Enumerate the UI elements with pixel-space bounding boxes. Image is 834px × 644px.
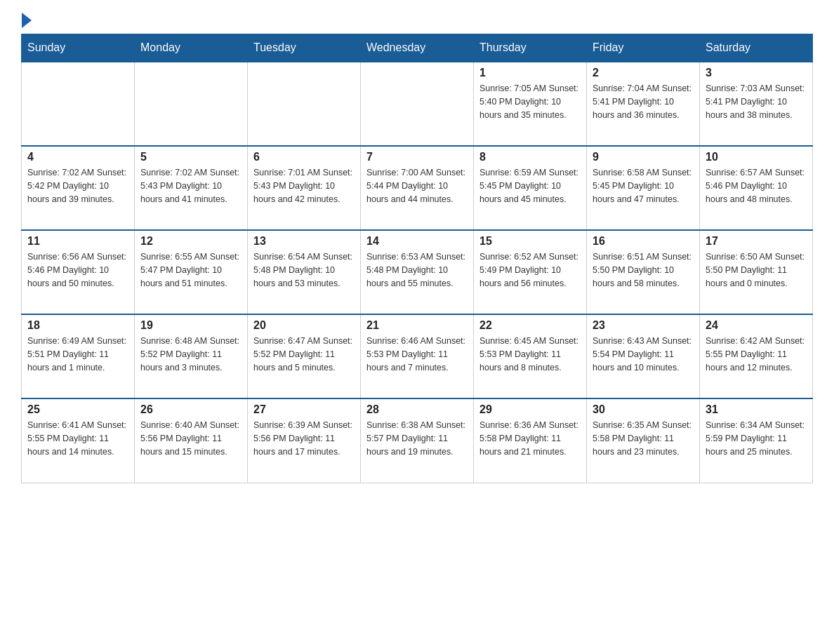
day-info: Sunrise: 6:45 AM Sunset: 5:53 PM Dayligh… [479,335,581,374]
day-number: 3 [706,67,807,79]
calendar-week-row: 25Sunrise: 6:41 AM Sunset: 5:55 PM Dayli… [22,398,813,483]
day-number: 20 [253,319,355,332]
day-number: 26 [140,403,241,416]
day-number: 10 [706,151,807,163]
day-info: Sunrise: 6:53 AM Sunset: 5:48 PM Dayligh… [366,250,468,290]
calendar-day-21: 21Sunrise: 6:46 AM Sunset: 5:53 PM Dayli… [361,314,474,398]
day-number: 18 [27,319,128,332]
day-info: Sunrise: 7:01 AM Sunset: 5:43 PM Dayligh… [253,166,355,206]
day-number: 6 [253,151,355,163]
day-number: 4 [27,151,128,163]
calendar-day-28: 28Sunrise: 6:38 AM Sunset: 5:57 PM Dayli… [361,398,474,483]
calendar-day-18: 18Sunrise: 6:49 AM Sunset: 5:51 PM Dayli… [22,314,135,398]
calendar-day-26: 26Sunrise: 6:40 AM Sunset: 5:56 PM Dayli… [135,398,248,483]
day-info: Sunrise: 6:43 AM Sunset: 5:54 PM Dayligh… [593,335,694,374]
page-header [21,14,813,27]
day-number: 31 [706,403,807,416]
day-info: Sunrise: 6:59 AM Sunset: 5:45 PM Dayligh… [479,166,581,206]
day-info: Sunrise: 6:35 AM Sunset: 5:58 PM Dayligh… [593,419,694,458]
day-number: 16 [593,235,694,248]
calendar-day-30: 30Sunrise: 6:35 AM Sunset: 5:58 PM Dayli… [587,398,700,483]
day-info: Sunrise: 6:56 AM Sunset: 5:46 PM Dayligh… [27,250,128,290]
weekday-header-friday: Friday [587,34,700,62]
day-number: 19 [140,319,241,332]
weekday-header-row: SundayMondayTuesdayWednesdayThursdayFrid… [22,34,813,62]
day-number: 11 [27,235,128,248]
calendar-day-5: 5Sunrise: 7:02 AM Sunset: 5:43 PM Daylig… [135,146,248,230]
day-number: 30 [593,403,694,416]
day-info: Sunrise: 7:02 AM Sunset: 5:43 PM Dayligh… [140,166,241,206]
day-info: Sunrise: 7:03 AM Sunset: 5:41 PM Dayligh… [706,82,807,121]
day-info: Sunrise: 7:02 AM Sunset: 5:42 PM Dayligh… [27,166,128,206]
calendar-day-empty [361,62,474,146]
day-info: Sunrise: 6:39 AM Sunset: 5:56 PM Dayligh… [253,419,355,458]
day-info: Sunrise: 7:00 AM Sunset: 5:44 PM Dayligh… [366,166,468,206]
weekday-header-sunday: Sunday [22,34,135,62]
calendar-day-empty [22,62,135,146]
day-number: 29 [479,403,581,416]
calendar-day-4: 4Sunrise: 7:02 AM Sunset: 5:42 PM Daylig… [22,146,135,230]
day-number: 28 [366,403,468,416]
calendar-day-9: 9Sunrise: 6:58 AM Sunset: 5:45 PM Daylig… [587,146,700,230]
calendar-day-8: 8Sunrise: 6:59 AM Sunset: 5:45 PM Daylig… [474,146,587,230]
day-info: Sunrise: 6:47 AM Sunset: 5:52 PM Dayligh… [253,335,355,374]
calendar-day-12: 12Sunrise: 6:55 AM Sunset: 5:47 PM Dayli… [135,230,248,314]
day-info: Sunrise: 6:41 AM Sunset: 5:55 PM Dayligh… [27,419,128,458]
day-info: Sunrise: 6:36 AM Sunset: 5:58 PM Dayligh… [479,419,581,458]
day-number: 8 [479,151,581,163]
day-info: Sunrise: 6:50 AM Sunset: 5:50 PM Dayligh… [706,250,807,290]
day-number: 5 [140,151,241,163]
day-number: 1 [479,67,581,79]
day-info: Sunrise: 6:57 AM Sunset: 5:46 PM Dayligh… [706,166,807,206]
day-number: 24 [706,319,807,332]
day-info: Sunrise: 6:51 AM Sunset: 5:50 PM Dayligh… [593,250,694,290]
day-number: 21 [366,319,468,332]
day-number: 12 [140,235,241,248]
weekday-header-monday: Monday [135,34,248,62]
calendar-day-14: 14Sunrise: 6:53 AM Sunset: 5:48 PM Dayli… [361,230,474,314]
day-info: Sunrise: 6:38 AM Sunset: 5:57 PM Dayligh… [366,419,468,458]
calendar-day-29: 29Sunrise: 6:36 AM Sunset: 5:58 PM Dayli… [474,398,587,483]
day-info: Sunrise: 7:04 AM Sunset: 5:41 PM Dayligh… [593,82,694,121]
calendar-day-27: 27Sunrise: 6:39 AM Sunset: 5:56 PM Dayli… [248,398,361,483]
calendar-week-row: 18Sunrise: 6:49 AM Sunset: 5:51 PM Dayli… [22,314,813,398]
calendar-day-20: 20Sunrise: 6:47 AM Sunset: 5:52 PM Dayli… [248,314,361,398]
calendar-day-7: 7Sunrise: 7:00 AM Sunset: 5:44 PM Daylig… [361,146,474,230]
day-info: Sunrise: 6:34 AM Sunset: 5:59 PM Dayligh… [706,419,807,458]
calendar-day-16: 16Sunrise: 6:51 AM Sunset: 5:50 PM Dayli… [587,230,700,314]
day-info: Sunrise: 6:48 AM Sunset: 5:52 PM Dayligh… [140,335,241,374]
day-number: 22 [479,319,581,332]
day-number: 2 [593,67,694,79]
calendar-table: SundayMondayTuesdayWednesdayThursdayFrid… [21,34,813,483]
calendar-week-row: 1Sunrise: 7:05 AM Sunset: 5:40 PM Daylig… [22,62,813,146]
day-number: 15 [479,235,581,248]
calendar-week-row: 4Sunrise: 7:02 AM Sunset: 5:42 PM Daylig… [22,146,813,230]
day-number: 14 [366,235,468,248]
weekday-header-thursday: Thursday [474,34,587,62]
day-info: Sunrise: 6:52 AM Sunset: 5:49 PM Dayligh… [479,250,581,290]
day-info: Sunrise: 6:58 AM Sunset: 5:45 PM Dayligh… [593,166,694,206]
calendar-day-13: 13Sunrise: 6:54 AM Sunset: 5:48 PM Dayli… [248,230,361,314]
day-number: 23 [593,319,694,332]
calendar-day-3: 3Sunrise: 7:03 AM Sunset: 5:41 PM Daylig… [700,62,813,146]
day-info: Sunrise: 6:55 AM Sunset: 5:47 PM Dayligh… [140,250,241,290]
calendar-day-24: 24Sunrise: 6:42 AM Sunset: 5:55 PM Dayli… [700,314,813,398]
logo-arrow-icon [22,13,32,28]
logo [21,14,32,27]
day-info: Sunrise: 6:49 AM Sunset: 5:51 PM Dayligh… [27,335,128,374]
day-number: 9 [593,151,694,163]
day-number: 25 [27,403,128,416]
calendar-day-empty [135,62,248,146]
calendar-day-31: 31Sunrise: 6:34 AM Sunset: 5:59 PM Dayli… [700,398,813,483]
weekday-header-tuesday: Tuesday [248,34,361,62]
calendar-day-22: 22Sunrise: 6:45 AM Sunset: 5:53 PM Dayli… [474,314,587,398]
day-info: Sunrise: 6:42 AM Sunset: 5:55 PM Dayligh… [706,335,807,374]
weekday-header-wednesday: Wednesday [361,34,474,62]
calendar-day-19: 19Sunrise: 6:48 AM Sunset: 5:52 PM Dayli… [135,314,248,398]
calendar-day-23: 23Sunrise: 6:43 AM Sunset: 5:54 PM Dayli… [587,314,700,398]
calendar-day-17: 17Sunrise: 6:50 AM Sunset: 5:50 PM Dayli… [700,230,813,314]
calendar-day-11: 11Sunrise: 6:56 AM Sunset: 5:46 PM Dayli… [22,230,135,314]
day-number: 17 [706,235,807,248]
weekday-header-saturday: Saturday [700,34,813,62]
calendar-week-row: 11Sunrise: 6:56 AM Sunset: 5:46 PM Dayli… [22,230,813,314]
